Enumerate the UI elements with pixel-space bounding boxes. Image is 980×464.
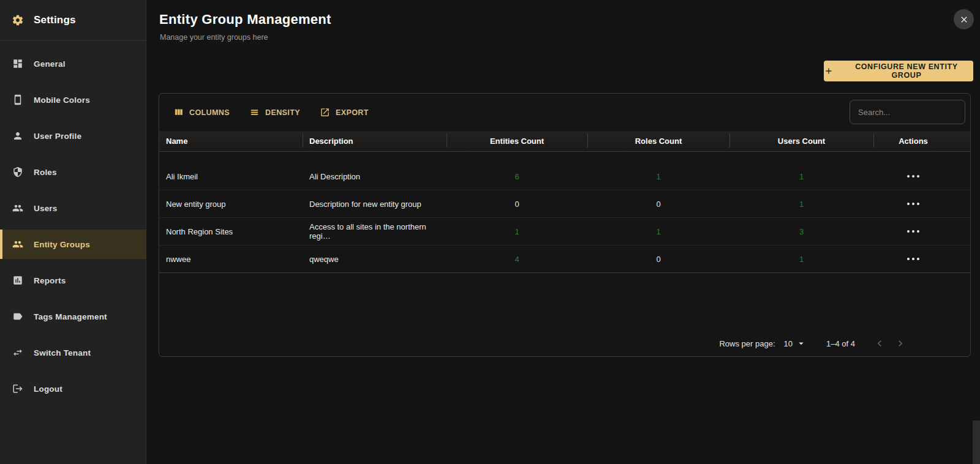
row-actions-button[interactable] [903,171,923,181]
table-body: Ali Ikmeil Ali Description 6 1 1 New ent… [159,152,970,273]
cell-entities-count: 4 [447,255,587,264]
rows-per-page-label: Rows per page: [719,339,775,348]
sidebar: Settings General Mobile Colors User Prof… [0,0,146,464]
sidebar-item-roles[interactable]: Roles [0,157,146,187]
sidebar-item-label: User Profile [34,132,81,141]
sidebar-item-users[interactable]: Users [0,193,146,223]
pagination: Rows per page: 10 1–4 of 4 [719,334,908,353]
table-row: nwwee qweqwe 4 0 1 [159,245,970,273]
column-header-name[interactable]: Name [159,137,303,146]
table-row: Ali Ikmeil Ali Description 6 1 1 [159,163,970,190]
row-actions-button[interactable] [903,199,923,209]
search-input[interactable] [850,100,965,124]
sidebar-item-entity-groups[interactable]: Entity Groups [0,230,146,259]
swap-arrows-icon [12,347,23,358]
chevron-down-icon [796,338,807,349]
export-icon [320,107,330,118]
table-toolbar: COLUMNS DENSITY EXPORT [159,94,970,131]
sidebar-item-user-profile[interactable]: User Profile [0,121,146,151]
tag-icon [12,311,23,322]
column-header-description[interactable]: Description [303,137,447,146]
sidebar-item-reports[interactable]: Reports [0,266,146,295]
columns-button-label: COLUMNS [189,108,230,117]
pagination-range: 1–4 of 4 [826,339,855,348]
chevron-left-icon [873,337,886,350]
cell-roles-count: 1 [587,172,729,181]
shield-icon [12,167,23,178]
scrollbar-thumb[interactable] [973,421,980,464]
sidebar-nav: General Mobile Colors User Profile Roles… [0,41,146,403]
bar-chart-icon [12,275,23,286]
sidebar-item-label: General [34,59,66,69]
table-row: North Region Sites Access to all sites i… [159,218,970,245]
columns-icon [173,107,184,118]
cell-description: Ali Description [303,172,447,181]
sidebar-item-mobile-colors[interactable]: Mobile Colors [0,85,146,114]
export-button[interactable]: EXPORT [320,107,369,118]
dot [907,258,910,260]
table-header-row: Name Description Entities Count Roles Co… [159,131,970,152]
cell-name: New entity group [159,200,303,209]
cell-roles-count: 1 [587,227,729,236]
row-actions-button[interactable] [903,254,923,264]
cell-roles-count: 0 [587,255,729,264]
sidebar-title: Settings [34,14,76,26]
sidebar-header: Settings [0,0,146,41]
dot [912,203,914,205]
cell-description: Description for new entity group [303,200,447,209]
previous-page-button[interactable] [872,336,887,351]
column-header-entities-count[interactable]: Entities Count [447,137,587,146]
sidebar-item-label: Users [34,204,58,213]
sidebar-item-tags-management[interactable]: Tags Management [0,302,146,331]
dot [907,230,910,233]
page-subtitle: Manage your entity groups here [160,33,268,42]
table-row: New entity group Description for new ent… [159,190,970,218]
cell-users-count: 1 [729,172,873,181]
density-button-label: DENSITY [265,108,300,117]
dot [912,175,914,178]
sidebar-item-logout[interactable]: Logout [0,374,146,403]
column-header-users-count[interactable]: Users Count [729,137,873,146]
entity-groups-table-panel: COLUMNS DENSITY EXPORT Name Description … [159,93,971,357]
page-title: Entity Group Management [159,12,331,28]
sidebar-item-label: Reports [34,276,66,285]
dot [907,175,910,178]
cell-name: Ali Ikmeil [159,172,303,181]
column-header-roles-count[interactable]: Roles Count [587,137,729,146]
cell-entities-count: 0 [447,200,587,209]
dot [917,230,919,233]
cell-users-count: 3 [729,227,873,236]
density-button[interactable]: DENSITY [249,107,300,118]
cell-description: Access to all sites in the northern regi… [303,222,447,241]
columns-button[interactable]: COLUMNS [173,107,230,118]
close-button[interactable] [954,9,974,29]
next-page-button[interactable] [893,336,908,351]
cell-name: nwwee [159,255,303,264]
settings-screen: Settings General Mobile Colors User Prof… [0,0,980,464]
sidebar-item-general[interactable]: General [0,49,146,78]
sidebar-item-label: Switch Tenant [34,348,91,357]
logout-icon [12,383,23,394]
close-icon [959,15,969,24]
sidebar-item-label: Roles [34,168,57,177]
cell-users-count: 1 [729,200,873,209]
dot [907,203,910,205]
density-icon [249,107,260,118]
sidebar-item-label: Tags Management [34,312,107,321]
dot [917,203,919,205]
sidebar-item-label: Mobile Colors [34,95,90,105]
rows-per-page-select[interactable]: 10 [784,338,807,349]
dot [912,230,914,233]
row-actions-button[interactable] [903,226,923,236]
person-icon [12,130,23,141]
dashboard-icon [12,58,23,69]
smartphone-icon [12,94,23,105]
cell-description: qweqwe [303,255,447,264]
configure-new-entity-group-button[interactable]: CONFIGURE NEW ENTITY GROUP [824,61,973,81]
gear-icon [12,14,24,26]
rows-per-page-value: 10 [784,339,793,348]
sidebar-item-switch-tenant[interactable]: Switch Tenant [0,338,146,367]
group-icon [12,203,23,214]
cell-roles-count: 0 [587,200,729,209]
dot [917,258,919,260]
